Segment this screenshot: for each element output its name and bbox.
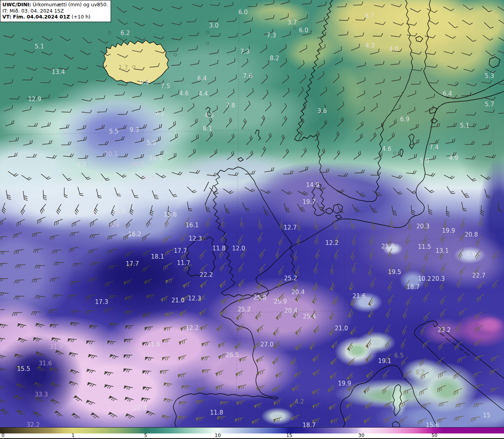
wind-barb xyxy=(208,18,219,21)
wind-barb xyxy=(164,327,173,331)
wind-barb xyxy=(346,372,355,381)
wind-barb xyxy=(61,142,71,145)
valid-time: VT: Fim. 04.04.2024 01Z xyxy=(2,14,70,20)
value-label: 17.3 xyxy=(95,298,108,306)
wind-barb xyxy=(356,17,366,20)
wind-barb xyxy=(156,170,166,179)
wind-barb xyxy=(220,309,229,316)
wind-barb xyxy=(188,46,198,50)
wind-barb xyxy=(332,132,340,142)
wind-barb xyxy=(363,417,372,424)
wind-barb xyxy=(351,263,359,273)
wind-barb xyxy=(313,131,320,141)
wind-barb xyxy=(98,141,109,145)
wind-barb xyxy=(187,185,196,194)
wind-barb xyxy=(294,371,303,378)
wind-barb xyxy=(410,6,421,13)
wind-barb xyxy=(76,137,87,141)
wind-barb xyxy=(498,48,504,55)
colorbar-tick-labels: 01510153050 xyxy=(0,433,504,439)
wind-barb xyxy=(226,133,235,143)
wind-barb xyxy=(32,232,42,237)
wind-barb xyxy=(437,371,448,378)
wind-barb xyxy=(115,187,121,197)
wind-barb xyxy=(297,220,302,231)
wind-barb xyxy=(439,309,448,318)
wind-barb xyxy=(104,372,113,376)
wind-barb xyxy=(0,236,7,241)
wind-barb xyxy=(134,66,144,70)
wind-barb xyxy=(50,324,59,328)
value-label: 12.3 xyxy=(189,235,202,242)
wind-barb xyxy=(276,372,285,378)
value-label: 12.2 xyxy=(185,324,198,332)
value-label: 7.3 xyxy=(240,48,250,55)
value-label: 25.2 xyxy=(237,306,250,313)
wind-barb xyxy=(485,153,496,158)
wind-barb xyxy=(353,2,363,5)
wind-barb xyxy=(278,58,288,67)
wind-barb xyxy=(16,410,25,418)
value-label: 18.1 xyxy=(151,253,164,260)
wind-barb xyxy=(476,294,486,302)
model-name: UWC/DINI: xyxy=(2,2,31,7)
wind-barb xyxy=(178,373,187,378)
wind-barb xyxy=(141,398,150,402)
wind-barb xyxy=(143,387,152,391)
wind-barb xyxy=(383,417,394,423)
wind-barb xyxy=(0,385,5,392)
wind-barb xyxy=(445,31,456,39)
wind-barb xyxy=(371,172,381,176)
wind-barb xyxy=(221,217,226,228)
wind-barb xyxy=(85,295,96,300)
wind-barb xyxy=(238,279,246,287)
wind-barb xyxy=(387,281,395,291)
wind-barb xyxy=(14,354,23,359)
wind-barb xyxy=(46,108,56,112)
wind-barb xyxy=(456,278,465,288)
wind-barb xyxy=(235,418,244,422)
wind-barb xyxy=(447,185,455,195)
wind-barb xyxy=(41,122,51,127)
wind-barb xyxy=(264,167,274,172)
wind-barb xyxy=(272,385,282,393)
wind-barb xyxy=(393,186,402,195)
colorbar-tick: 1 xyxy=(72,433,75,438)
wind-barb xyxy=(141,233,151,241)
wind-barb xyxy=(273,327,282,336)
wind-barb xyxy=(226,18,237,22)
wind-barb xyxy=(14,395,23,402)
wind-barb xyxy=(226,47,237,53)
wind-barb xyxy=(208,89,219,96)
wind-barb xyxy=(146,295,156,299)
wind-barb xyxy=(244,151,254,160)
wind-barb xyxy=(381,385,391,394)
wind-barb xyxy=(461,189,470,199)
wind-barb xyxy=(349,281,356,291)
wind-barb xyxy=(208,60,219,66)
wind-barb xyxy=(332,341,340,349)
wind-barb xyxy=(22,172,32,181)
value-label: 6.2 xyxy=(77,161,86,169)
wind-barb xyxy=(96,63,107,68)
wind-barb xyxy=(481,206,485,216)
wind-barb xyxy=(440,233,448,243)
wind-barb xyxy=(189,60,200,65)
wind-barb xyxy=(428,80,439,83)
wind-barb xyxy=(118,17,128,26)
wind-barb xyxy=(17,324,26,329)
wind-barb xyxy=(78,155,88,158)
wind-barb xyxy=(260,187,271,194)
wind-barb xyxy=(95,95,105,99)
wind-barb xyxy=(280,149,289,158)
value-label: 7.3 xyxy=(267,32,276,39)
wind-barb xyxy=(180,234,189,243)
wind-barb xyxy=(209,49,219,54)
wind-barb xyxy=(145,357,154,361)
wind-barb xyxy=(448,20,458,29)
wind-barb xyxy=(350,250,357,260)
wind-barb xyxy=(406,20,417,26)
wind-barb xyxy=(333,296,340,305)
wind-barb xyxy=(164,217,172,228)
wind-barb xyxy=(183,282,192,288)
